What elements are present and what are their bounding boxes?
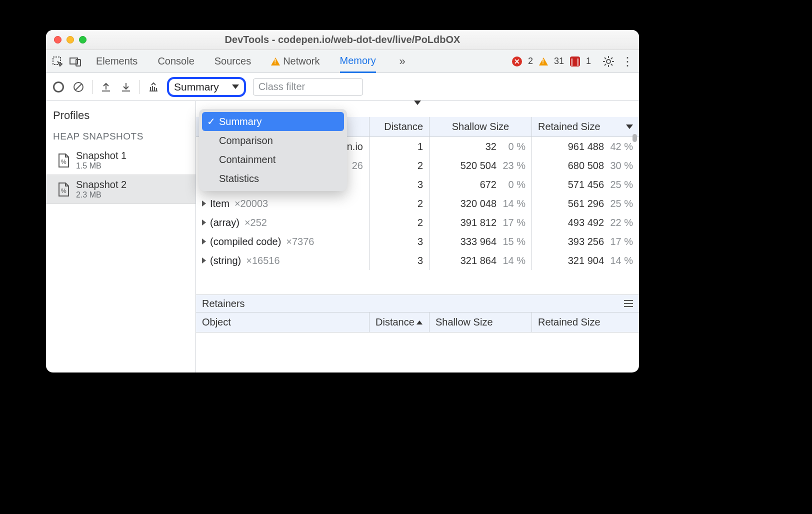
instance-count: ×20003 [234, 198, 268, 210]
col-retained-size[interactable]: Retained Size [532, 117, 639, 136]
distance-value: 3 [418, 236, 423, 248]
upload-icon[interactable] [100, 80, 112, 94]
more-tabs-icon[interactable]: » [396, 55, 409, 68]
snapshot-size: 2.3 MB [76, 190, 126, 200]
tab-sources[interactable]: Sources [214, 50, 251, 73]
shallow-value: 32 [486, 141, 496, 152]
table-row[interactable]: (string)×165163321 86414 %321 90414 % [196, 251, 639, 270]
sort-asc-icon [416, 320, 422, 324]
window-title: DevTools - codepen.io/web-dot-dev/live/P… [46, 34, 639, 46]
panels-tabbar: Elements Console Sources Network Memory … [46, 50, 639, 73]
retainers-header[interactable]: Retainers [196, 294, 639, 312]
retainers-col-distance[interactable]: Distance [369, 312, 429, 332]
sidebar-title: Profiles [46, 101, 196, 127]
error-badge-icon[interactable]: ✕ [512, 56, 522, 66]
table-row[interactable]: Item×200032320 04814 %561 29625 % [196, 194, 639, 213]
file-icon: % [57, 153, 70, 168]
sort-desc-icon [626, 124, 633, 129]
download-icon[interactable] [120, 80, 132, 94]
constructor-name: (array) [210, 217, 240, 228]
table-row[interactable]: (array)×2522391 81217 %493 49222 % [196, 213, 639, 232]
tab-memory[interactable]: Memory [340, 50, 376, 73]
menu-item-summary[interactable]: Summary [202, 112, 344, 131]
retainers-col-retained[interactable]: Retained Size [532, 312, 639, 332]
retainers-col-object[interactable]: Object [196, 312, 369, 332]
tab-elements[interactable]: Elements [96, 50, 138, 73]
expand-icon[interactable] [202, 200, 206, 206]
tab-network[interactable]: Network [271, 50, 320, 73]
view-dropdown[interactable]: Summary [167, 77, 246, 97]
retainers-body [196, 332, 639, 372]
titlebar: DevTools - codepen.io/web-dot-dev/live/P… [46, 30, 639, 50]
expand-icon[interactable] [202, 238, 206, 244]
instance-count: ×7376 [286, 236, 314, 248]
table-row[interactable]: (compiled code)×73763333 96415 %393 2561… [196, 232, 639, 251]
class-filter-input[interactable] [253, 78, 363, 96]
menu-item-comparison[interactable]: Comparison [202, 131, 344, 150]
expand-icon[interactable] [202, 258, 206, 264]
profiles-sidebar: Profiles HEAP SNAPSHOTS % Snapshot 1 1.5… [46, 101, 196, 372]
inspect-element-icon[interactable] [51, 55, 64, 68]
shallow-pct: 15 % [502, 236, 526, 248]
tab-console[interactable]: Console [158, 50, 194, 73]
warning-count: 31 [554, 56, 564, 66]
constructor-tail: 26 [352, 160, 363, 172]
retained-value: 961 488 [568, 141, 604, 152]
shallow-value: 672 [480, 179, 496, 190]
distance-value: 3 [418, 255, 423, 266]
svg-line-10 [604, 64, 606, 66]
retainers-title: Retainers [202, 298, 245, 310]
garbage-collect-icon[interactable] [147, 80, 160, 94]
retained-value: 680 508 [568, 160, 604, 172]
kebab-menu-icon[interactable]: ⋮ [621, 55, 634, 68]
retained-pct: 30 % [609, 160, 633, 172]
col-distance[interactable]: Distance [369, 117, 429, 136]
view-dropdown-label: Summary [174, 81, 219, 93]
filter-toggle-icon[interactable] [414, 105, 421, 116]
instance-count: ×16516 [246, 255, 280, 266]
shallow-pct: 23 % [502, 160, 526, 172]
retained-pct: 22 % [609, 217, 633, 228]
instance-count: ×252 [244, 217, 267, 228]
shallow-pct: 14 % [502, 255, 526, 266]
retained-value: 493 492 [568, 217, 604, 228]
snapshot-item[interactable]: % Snapshot 2 2.3 MB [46, 174, 196, 204]
shallow-pct: 0 % [502, 179, 526, 190]
svg-line-9 [611, 64, 612, 66]
menu-item-statistics[interactable]: Statistics [202, 169, 344, 188]
divider [140, 80, 140, 94]
snapshot-size: 1.5 MB [76, 162, 126, 170]
shallow-pct: 17 % [502, 217, 526, 228]
file-icon: % [57, 182, 70, 197]
shallow-value: 333 964 [460, 236, 496, 248]
view-dropdown-menu: Summary Comparison Containment Statistic… [199, 109, 347, 191]
constructor-name: (string) [210, 255, 241, 266]
menu-item-containment[interactable]: Containment [202, 150, 344, 169]
retained-pct: 17 % [609, 236, 633, 248]
shallow-pct: 14 % [502, 198, 526, 210]
svg-text:%: % [61, 188, 66, 194]
retained-pct: 14 % [609, 255, 633, 266]
shallow-value: 321 864 [460, 255, 496, 266]
clear-icon[interactable] [72, 80, 85, 94]
shallow-pct: 0 % [502, 141, 526, 152]
retainers-col-shallow[interactable]: Shallow Size [429, 312, 532, 332]
warning-icon[interactable] [539, 58, 548, 66]
devtools-window: DevTools - codepen.io/web-dot-dev/live/P… [46, 30, 639, 372]
sidebar-section-heading: HEAP SNAPSHOTS [46, 127, 196, 146]
record-icon[interactable] [52, 80, 65, 94]
constructor-name: (compiled code) [210, 236, 281, 248]
issues-badge-icon[interactable]: ❘❘ [570, 56, 580, 66]
col-shallow-size[interactable]: Shallow Size [429, 117, 532, 136]
svg-rect-0 [53, 57, 60, 64]
distance-value: 2 [418, 198, 423, 210]
device-toolbar-icon[interactable] [69, 55, 82, 68]
snapshot-item[interactable]: % Snapshot 1 1.5 MB [46, 146, 196, 174]
menu-icon[interactable] [624, 300, 633, 307]
distance-value: 1 [418, 141, 423, 152]
settings-icon[interactable] [602, 55, 615, 68]
expand-icon[interactable] [202, 220, 206, 226]
constructor-name: Item [210, 198, 230, 210]
retained-value: 393 256 [568, 236, 604, 248]
scrollbar-thumb[interactable] [632, 134, 637, 142]
